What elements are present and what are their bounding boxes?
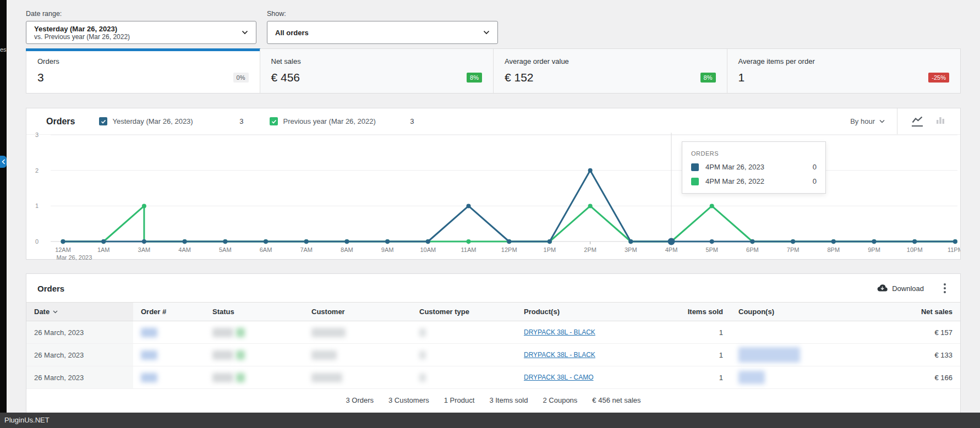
show-select[interactable]: All orders: [267, 21, 498, 44]
redacted-order-link[interactable]: [141, 350, 157, 360]
orders-chart-card: Orders Yesterday (Mar 26, 2023) 3 Previo…: [26, 108, 961, 260]
tile-net-sales[interactable]: Net sales € 4568%: [260, 49, 494, 93]
legend-item-previous[interactable]: Previous year (Mar 26, 2022) 3: [270, 117, 418, 125]
tile-value: 3: [37, 71, 44, 84]
show-value: All orders: [275, 29, 309, 37]
product-link[interactable]: DRYPACK 38L - BLACK: [524, 351, 595, 359]
cell-customer: [304, 321, 412, 344]
summary-tiles: Orders 30% Net sales € 4568% Average ord…: [26, 48, 961, 94]
watermark-text: PluginUs.NET: [0, 413, 50, 427]
check-icon: [101, 119, 106, 124]
tile-orders[interactable]: Orders 30%: [26, 49, 260, 93]
svg-text:2PM: 2PM: [584, 246, 596, 253]
cell-status: [205, 321, 304, 344]
svg-text:8PM: 8PM: [827, 246, 840, 253]
svg-text:3AM: 3AM: [138, 246, 151, 253]
report-filters: Date range: Yesterday (Mar 26, 2023) vs.…: [26, 0, 961, 48]
redacted-status: [212, 350, 233, 360]
legend-count: 3: [239, 117, 248, 125]
cell-order-number: [133, 321, 205, 344]
cell-customer: [304, 344, 412, 366]
table-menu-button[interactable]: [940, 282, 949, 294]
tile-average-items-per-order[interactable]: Average items per order 1-25%: [727, 49, 961, 93]
svg-text:2: 2: [35, 167, 39, 174]
sidebar-collapse-tab[interactable]: [0, 156, 7, 168]
chevron-left-icon: [2, 159, 6, 164]
product-link[interactable]: DRYPACK 38L - CAMO: [524, 374, 593, 381]
cell-order-number: [133, 366, 205, 389]
cell-items-sold: 1: [678, 321, 731, 344]
svg-text:7AM: 7AM: [300, 246, 313, 253]
legend-item-current[interactable]: Yesterday (Mar 26, 2023) 3: [99, 117, 248, 125]
series-swatch: [691, 163, 699, 171]
tile-change-badge: -25%: [928, 73, 949, 83]
redacted-customer-type: [419, 328, 426, 337]
column-header-customer-type: Customer type: [412, 302, 516, 321]
cell-coupons: [731, 366, 868, 389]
svg-text:1PM: 1PM: [544, 246, 556, 253]
redacted-order-link[interactable]: [141, 373, 157, 382]
line-chart-toggle[interactable]: [912, 116, 923, 127]
tooltip-heading: ORDERS: [691, 150, 817, 157]
chevron-down-icon: [879, 119, 885, 123]
tile-average-order-value[interactable]: Average order value € 1528%: [493, 49, 727, 93]
legend-checkbox[interactable]: [99, 117, 107, 125]
tooltip-row: 4PM Mar 26, 2023 0: [691, 163, 817, 171]
series-swatch: [691, 178, 699, 185]
svg-text:9PM: 9PM: [868, 246, 880, 253]
redacted-customer-type: [419, 351, 426, 359]
svg-text:4AM: 4AM: [178, 246, 191, 253]
column-header-order: Order #: [133, 302, 205, 321]
date-range-select[interactable]: Yesterday (Mar 26, 2023) vs. Previous ye…: [26, 21, 256, 44]
chevron-down-icon: [483, 30, 490, 35]
column-header-coupons: Coupon(s): [731, 302, 868, 321]
admin-sidebar-strip: es: [0, 0, 7, 413]
cell-items-sold: 1: [678, 366, 731, 389]
cell-items-sold: 1: [678, 344, 731, 366]
table-title: Orders: [37, 284, 64, 293]
cell-status: [205, 366, 304, 389]
svg-text:1AM: 1AM: [97, 246, 110, 253]
column-header-status: Status: [205, 302, 304, 321]
cell-date: 26 March, 2023: [26, 366, 133, 389]
product-link[interactable]: DRYPACK 38L - BLACK: [524, 328, 595, 336]
cell-coupons: [731, 321, 868, 344]
summary-net-sales: € 456 net sales: [592, 396, 640, 404]
tile-change-badge: 8%: [467, 73, 482, 83]
svg-text:9AM: 9AM: [381, 246, 394, 253]
tile-value: € 456: [271, 71, 300, 84]
tile-change-badge: 8%: [700, 73, 716, 83]
date-range-label: Date range:: [26, 10, 256, 18]
summary-items-sold: 3 Items sold: [489, 396, 528, 404]
cell-status: [205, 344, 304, 366]
interval-select[interactable]: By hour: [838, 117, 897, 125]
cell-products: DRYPACK 38L - BLACK: [516, 344, 678, 366]
tile-label: Orders: [37, 57, 249, 65]
legend-count: 3: [410, 117, 418, 125]
redacted-status: [212, 373, 233, 382]
svg-text:10AM: 10AM: [420, 246, 436, 253]
svg-text:6PM: 6PM: [746, 246, 759, 253]
download-button[interactable]: Download: [877, 284, 924, 293]
tile-label: Average order value: [505, 57, 716, 65]
svg-text:12AM: 12AM: [55, 246, 71, 253]
chevron-down-icon: [242, 30, 248, 35]
legend-label: Previous year (Mar 26, 2022): [283, 117, 375, 125]
summary-coupons: 2 Coupons: [543, 396, 577, 404]
summary-products: 1 Product: [444, 396, 475, 404]
bar-chart-toggle[interactable]: [935, 116, 946, 127]
redacted-order-link[interactable]: [141, 328, 157, 337]
redacted-coupon-link[interactable]: [738, 371, 765, 384]
sidebar-clipped-label: es: [0, 46, 7, 53]
column-header-date[interactable]: Date: [26, 302, 133, 321]
svg-text:12PM: 12PM: [501, 246, 517, 253]
column-header-items-sold: Items sold: [678, 302, 731, 321]
summary-orders: 3 Orders: [346, 396, 374, 404]
redacted-coupon-link[interactable]: [738, 347, 800, 363]
legend-checkbox[interactable]: [270, 117, 278, 125]
date-range-filter: Date range: Yesterday (Mar 26, 2023) vs.…: [26, 10, 256, 48]
svg-text:10PM: 10PM: [907, 246, 923, 253]
chart-tooltip: ORDERS 4PM Mar 26, 2023 0 4PM Mar 26, 20…: [682, 141, 826, 194]
svg-text:6AM: 6AM: [260, 246, 272, 253]
redacted-status-badge: [236, 350, 245, 360]
